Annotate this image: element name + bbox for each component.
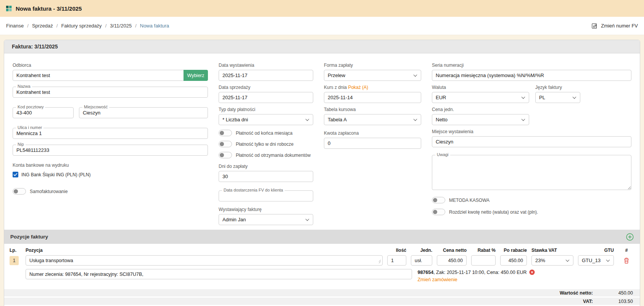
contractor-name-input[interactable] <box>13 87 208 98</box>
nip-field: Nip <box>13 145 208 156</box>
payment-form-select[interactable]: Przelew <box>324 70 421 81</box>
item-gtu-value: GTU_13 <box>582 258 601 263</box>
summary-net-label: Wartość netto: <box>560 290 593 296</box>
street-label: Ulica i numer <box>16 125 43 130</box>
issue-date-input[interactable] <box>219 70 313 81</box>
bank-account-row: ING Bank Śląski ING (PLN) (PLN) <box>13 172 208 177</box>
rate-table-value: Tabela A <box>328 117 347 122</box>
item-row: 1 23% GTU_13 <box>4 255 640 267</box>
payment-date-type-label: Typ daty płatności <box>219 107 313 112</box>
amount-paid-input[interactable] <box>324 138 421 149</box>
unit-price-field: Cena jedn. Netto <box>432 107 529 125</box>
change-invoice-number-button[interactable]: Zmień numer FV <box>592 23 638 29</box>
breadcrumb-invoice-number[interactable]: 3/11/2025 <box>110 23 132 29</box>
issue-place-label: Miejsce wystawienia <box>432 129 631 134</box>
amount-paid-label: Kwota zapłacona <box>324 130 421 136</box>
item-quantity-input[interactable] <box>387 255 406 266</box>
self-invoicing-toggle[interactable] <box>13 188 26 195</box>
trash-icon <box>624 258 629 264</box>
invoice-card-header: Faktura: 3/11/2025 <box>4 40 640 53</box>
street-field: Ulica i numer <box>13 128 208 139</box>
items-section-title: Pozycje faktury <box>10 234 48 240</box>
chevron-down-icon <box>306 217 309 221</box>
breadcrumb-sprzedaz[interactable]: Sprzedaż <box>32 23 53 29</box>
breadcrumb-faktury-sprzedazy[interactable]: Faktury sprzedaży <box>61 23 101 29</box>
payment-date-type-value: * Liczba dni <box>222 117 248 122</box>
items-table-header: Lp. Pozycja Ilość Jedn. Cena netto Rabat… <box>4 244 640 255</box>
issue-date-label: Data wystawienia <box>219 63 313 68</box>
breadcrumb-finanse[interactable]: Finanse <box>6 23 24 29</box>
issuer-select[interactable]: Admin Jan <box>219 214 313 225</box>
cash-method-label: METODA KASOWA <box>449 198 489 203</box>
item-unit-input[interactable] <box>411 255 432 266</box>
toggle-knob <box>433 210 437 214</box>
item-note-row: 987654 , Zak: 2025-11-17 10:00, Cena: 45… <box>4 267 640 282</box>
item-vat-rate-value: 23% <box>535 258 545 263</box>
split-net-toggle[interactable] <box>432 209 445 215</box>
swap-icon <box>592 23 598 29</box>
change-order-link[interactable]: Zmień zamówienie <box>417 277 457 282</box>
rate-table-select[interactable]: Tabela A <box>324 114 421 125</box>
payment-date-type-select[interactable]: * Liczba dni <box>219 114 313 125</box>
item-vat-rate-select[interactable]: 23% <box>531 255 573 266</box>
payment-end-of-month-label: Płatność od końca miesiąca <box>236 130 293 136</box>
col-after-discount: Po rabacie <box>500 248 527 253</box>
chevron-down-icon <box>414 117 417 121</box>
breadcrumb-bar: Finanse / Sprzedaż / Faktury sprzedaży /… <box>0 17 644 35</box>
notes-field: Uwagi <box>432 155 631 192</box>
item-note-input[interactable] <box>26 269 412 279</box>
issue-date-field: Data wystawienia <box>219 63 313 81</box>
days-to-pay-input[interactable] <box>219 171 313 182</box>
item-lp: 1 <box>10 256 19 265</box>
check-icon <box>13 173 18 176</box>
item-gtu-select[interactable]: GTU_13 <box>578 255 614 266</box>
issuer-label: Wystawiający fakturę <box>219 207 313 212</box>
self-invoicing-label: Samofakturowanie <box>30 189 68 194</box>
notes-textarea[interactable] <box>432 155 631 190</box>
col-net-price: Cena netto <box>437 248 467 253</box>
exchange-rate-input[interactable] <box>324 92 421 103</box>
issue-place-input[interactable] <box>432 136 631 147</box>
delete-item-button[interactable] <box>623 257 630 264</box>
sale-date-input[interactable] <box>219 92 313 103</box>
items-section-header: Pozycje faktury <box>4 230 640 244</box>
rate-table-field: Tabela kursowa Tabela A <box>324 107 421 125</box>
add-item-button[interactable] <box>626 233 634 241</box>
postal-code-label: Kod pocztowy <box>16 105 45 109</box>
issuer-value: Admin Jan <box>222 217 246 222</box>
payment-from-documents-row: Płatność od otrzymania dokumentów <box>219 152 313 158</box>
remove-order-button[interactable] <box>529 269 535 275</box>
toggle-knob <box>433 198 437 202</box>
payment-business-days-toggle[interactable] <box>219 141 232 147</box>
invoice-language-value: PL <box>539 95 545 100</box>
item-position-wrap <box>26 255 383 266</box>
invoice-language-select[interactable]: PL <box>535 92 580 103</box>
unit-price-select[interactable]: Netto <box>432 114 529 125</box>
item-position-input[interactable] <box>26 255 383 266</box>
invoice-card: Faktura: 3/11/2025 Odbiorca Wybierz Nazw… <box>4 40 640 306</box>
unit-price-label: Cena jedn. <box>432 107 529 112</box>
col-gtu: GTU <box>578 248 614 253</box>
item-net-price-input[interactable] <box>437 255 467 266</box>
payment-end-of-month-toggle[interactable] <box>219 130 232 136</box>
cash-method-toggle[interactable] <box>432 197 445 203</box>
sale-date-field: Data sprzedaży <box>219 85 313 103</box>
payment-form-value: Przelew <box>328 72 345 78</box>
item-discount-input[interactable] <box>471 255 496 266</box>
show-rate-link[interactable]: Pokaż (A) <box>348 85 368 90</box>
app-grid-icon <box>6 6 12 11</box>
payment-from-documents-toggle[interactable] <box>219 152 232 158</box>
nip-input[interactable] <box>13 145 208 156</box>
toggle-knob <box>14 189 18 193</box>
split-net-row: Rozdziel kwotę netto (waluta) oraz vat (… <box>432 209 631 215</box>
city-label: Miejscowość <box>82 105 109 109</box>
currency-select[interactable]: EUR <box>432 92 529 103</box>
page-title: Nowa faktura - 3/11/2025 <box>16 5 82 12</box>
bank-account-checkbox[interactable] <box>13 172 18 177</box>
numbering-series-input[interactable] <box>432 70 631 81</box>
payment-from-documents-label: Płatność od otrzymania dokumentów <box>236 153 311 158</box>
recipient-input[interactable] <box>13 70 184 81</box>
choose-contractor-button[interactable]: Wybierz <box>184 70 208 81</box>
numbering-series-field: Seria numeracji <box>432 63 631 81</box>
item-after-discount-input[interactable] <box>500 255 527 266</box>
